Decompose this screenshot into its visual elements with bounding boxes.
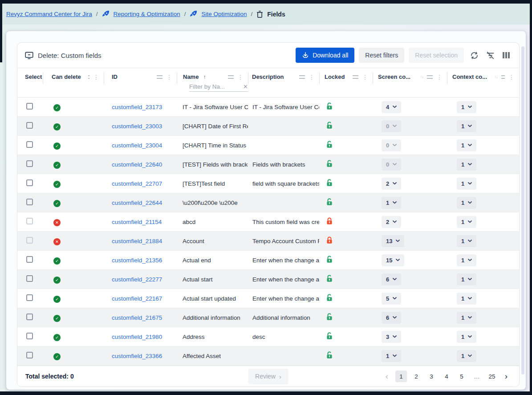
refresh-icon[interactable] [468,49,480,61]
screen-count-select[interactable]: 6 [382,273,401,285]
column-header-id[interactable]: ID⋮ [104,68,177,97]
sort-updown-icon[interactable]: ↑↓ [494,74,498,79]
download-all-button[interactable]: Download all [296,48,354,63]
page-scrollbar[interactable] [521,46,524,375]
row-checkbox[interactable] [26,352,33,358]
column-more-icon[interactable]: ⋮ [362,74,368,80]
sort-updown-icon[interactable]: ↑↓ [420,74,424,79]
columns-icon[interactable] [500,49,512,61]
page-button[interactable]: 5 [456,371,467,382]
screen-count-select[interactable]: 2 [382,178,401,190]
screen-count-select[interactable]: 13 [382,235,404,247]
breadcrumb-link-reporting[interactable]: Reporting & Optimization [114,11,180,17]
review-button[interactable]: Review› [248,369,288,384]
field-id-link[interactable]: customfield_21980 [112,334,162,340]
context-count-select[interactable]: 1 [457,139,476,151]
filter-off-icon[interactable] [484,49,496,61]
screen-count-select[interactable]: 0 [382,139,401,151]
column-menu-icon[interactable] [299,75,305,79]
column-header-locked[interactable]: Locked⋮ [319,68,373,97]
column-more-icon[interactable]: ⋮ [436,74,443,80]
row-checkbox[interactable] [26,199,33,205]
context-count-select[interactable]: 1 [457,331,476,343]
reset-filters-button[interactable]: Reset filters [359,48,404,63]
row-checkbox[interactable] [26,333,33,339]
field-id-link[interactable]: customfield_23004 [112,142,162,149]
column-more-icon[interactable]: ⋮ [166,74,172,80]
field-id-link[interactable]: customfield_21356 [112,257,162,264]
page-button[interactable]: 3 [426,371,437,382]
clear-filter-icon[interactable]: ✕ [243,83,248,90]
column-more-icon[interactable]: ⋮ [93,74,99,80]
context-count-select[interactable]: 1 [457,197,476,209]
screen-count-select[interactable]: 5 [382,293,401,305]
screen-count-select[interactable]: 1 [382,197,401,209]
screen-count-select[interactable]: 0 [382,159,401,171]
screen-count-select[interactable]: 4 [382,101,401,113]
context-count-select[interactable]: 1 [457,216,476,228]
column-header-screen-count[interactable]: Screen co...↑↓⋮ [373,68,447,97]
breadcrumb-link-command-center[interactable]: Revyz Command Center for Jira [6,11,92,17]
column-more-icon[interactable]: ⋮ [309,74,315,80]
column-header-context-count[interactable]: Context co...↑↓⋮ [447,68,519,97]
screen-count-select[interactable]: 0 [382,120,401,132]
row-checkbox[interactable] [26,237,33,244]
row-checkbox[interactable] [26,179,33,186]
context-count-select[interactable]: 1 [457,235,476,247]
column-header-name[interactable]: Name↑⋮ ✕ [177,68,248,97]
screen-count-select[interactable]: 3 [382,331,401,343]
field-id-link[interactable]: customfield_22644 [112,200,162,206]
row-checkbox[interactable] [26,275,33,282]
screen-count-select[interactable]: 15 [382,254,404,266]
context-count-select[interactable]: 1 [457,293,476,305]
row-checkbox[interactable] [26,218,33,224]
page-button[interactable]: 2 [410,371,422,382]
column-menu-icon[interactable] [228,75,234,79]
column-header-can-delete[interactable]: Can delete⋮ [43,68,104,97]
row-checkbox[interactable] [26,160,33,167]
column-menu-icon[interactable] [427,75,433,79]
screen-count-select[interactable]: 2 [382,216,401,228]
column-menu-icon[interactable] [501,75,505,79]
field-id-link[interactable]: customfield_22167 [112,295,162,302]
column-more-icon[interactable]: ⋮ [508,74,515,80]
row-checkbox[interactable] [26,122,33,129]
reset-selection-button[interactable]: Reset selection [409,48,464,63]
page-button[interactable]: 25 [486,371,498,382]
page-button[interactable]: 4 [441,371,452,382]
field-id-link[interactable]: customfield_21154 [112,219,162,225]
next-page-button[interactable]: › [501,371,511,382]
field-id-link[interactable]: customfield_22707 [112,180,162,187]
row-checkbox[interactable] [26,314,33,320]
column-menu-icon[interactable] [353,75,358,79]
context-count-select[interactable]: 1 [457,101,476,113]
context-count-select[interactable]: 1 [457,350,476,362]
sort-asc-icon[interactable]: ↑ [203,74,206,80]
field-id-link[interactable]: customfield_22640 [112,161,162,168]
context-count-select[interactable]: 1 [457,159,476,171]
field-id-link[interactable]: customfield_23366 [112,353,162,359]
screen-count-select[interactable]: 6 [382,312,401,324]
column-more-icon[interactable]: ⋮ [237,74,244,80]
column-menu-icon[interactable] [88,75,89,79]
row-checkbox[interactable] [26,294,33,301]
column-menu-icon[interactable] [157,75,162,79]
prev-page-button[interactable]: ‹ [382,371,392,382]
row-checkbox[interactable] [26,256,33,263]
field-id-link[interactable]: customfield_23173 [112,104,162,110]
name-filter-input[interactable] [189,83,236,90]
page-button[interactable]: 1 [395,371,407,382]
context-count-select[interactable]: 1 [457,254,476,266]
field-id-link[interactable]: customfield_22277 [112,276,162,283]
breadcrumb-link-site-optimization[interactable]: Site Optimization [201,11,247,17]
field-id-link[interactable]: customfield_21675 [112,314,162,321]
context-count-select[interactable]: 1 [457,120,476,132]
column-header-description[interactable]: Description⋮ [248,68,319,97]
field-id-link[interactable]: customfield_21884 [112,238,162,244]
row-checkbox[interactable] [26,141,33,148]
field-id-link[interactable]: customfield_23003 [112,123,162,130]
context-count-select[interactable]: 1 [457,178,476,190]
context-count-select[interactable]: 1 [457,312,476,324]
row-checkbox[interactable] [26,103,33,110]
context-count-select[interactable]: 1 [457,273,476,285]
